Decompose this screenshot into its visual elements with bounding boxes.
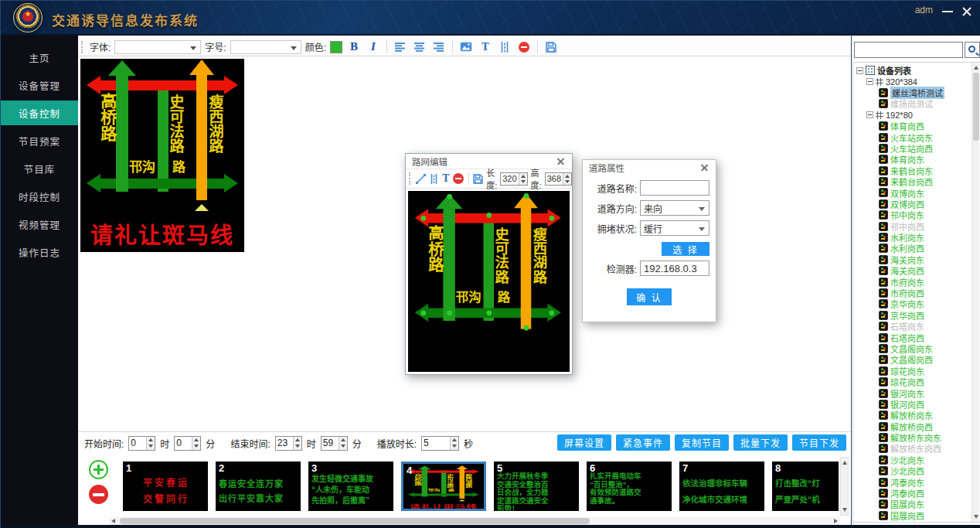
end-minute-spinner[interactable]: 59 bbox=[321, 436, 348, 451]
tree-device-文昌阁岗东[interactable]: 文昌阁岗东 bbox=[855, 343, 980, 354]
spin-up-icon[interactable] bbox=[519, 173, 527, 179]
scroll-up-icon[interactable] bbox=[974, 66, 978, 70]
tree-group-192*80[interactable]: 192*80 bbox=[855, 110, 980, 121]
spin-down-icon[interactable] bbox=[563, 179, 571, 185]
playlist-item-2[interactable]: 2春运安全连万家出行平安靠大家 bbox=[216, 462, 301, 511]
scrollbar-thumb[interactable] bbox=[973, 73, 979, 141]
scrollbar-thumb[interactable] bbox=[120, 518, 590, 524]
edit-handle[interactable] bbox=[549, 216, 554, 221]
collapse-icon[interactable] bbox=[866, 111, 873, 118]
collapse-icon[interactable] bbox=[856, 67, 863, 74]
road-editor-close-icon[interactable] bbox=[555, 156, 566, 167]
road-editor-canvas[interactable]: 高桥路 史可法路 瘦西湖路 邗沟 路 bbox=[408, 191, 570, 372]
spin-down-icon[interactable] bbox=[192, 443, 200, 450]
tree-device-水利岗东[interactable]: 水利岗东 bbox=[855, 232, 980, 243]
insert-text-button[interactable]: T bbox=[478, 39, 493, 55]
tree-device-海关岗东[interactable]: 海关岗东 bbox=[855, 254, 980, 265]
device-search-input[interactable] bbox=[854, 42, 963, 58]
tree-root-device-list[interactable]: 设备列表 bbox=[855, 65, 980, 76]
screen-settings-button[interactable]: 屏幕设置 bbox=[557, 434, 611, 451]
delete-element-button[interactable] bbox=[516, 39, 532, 55]
program-send-button[interactable]: 节目下发 bbox=[792, 434, 846, 451]
spin-up-icon[interactable] bbox=[147, 437, 155, 444]
tree-device-水利岗西[interactable]: 水利岗西 bbox=[855, 243, 980, 254]
spinner-arrows[interactable] bbox=[146, 437, 155, 450]
spinner-arrows[interactable] bbox=[293, 437, 301, 450]
tree-device-体育岗西[interactable]: 体育岗西 bbox=[855, 121, 980, 131]
playlist-item-8[interactable]: 8打击整改“灯严查严处“机 bbox=[772, 462, 839, 511]
spin-up-icon[interactable] bbox=[339, 437, 347, 444]
tree-device-鸿泰岗西[interactable]: 鸿泰岗西 bbox=[855, 488, 980, 499]
save-roadnet-button[interactable] bbox=[473, 172, 483, 186]
edit-handle[interactable] bbox=[486, 213, 492, 218]
tree-device-维扬岗测试[interactable]: 维扬岗测试 bbox=[855, 98, 980, 109]
scroll-up-icon[interactable] bbox=[842, 461, 847, 465]
align-left-button[interactable] bbox=[393, 39, 408, 55]
congestion-select[interactable]: 缓行 bbox=[640, 220, 709, 236]
sidebar-item-video-management[interactable]: 视频管理 bbox=[1, 212, 78, 237]
edit-handle[interactable] bbox=[447, 194, 452, 199]
tree-device-邗中岗东[interactable]: 邗中岗东 bbox=[855, 209, 980, 220]
bold-button[interactable]: B bbox=[346, 39, 362, 55]
align-center-button[interactable] bbox=[412, 39, 427, 55]
tree-device-双博岗西[interactable]: 双博岗西 bbox=[855, 199, 980, 209]
draw-line-button[interactable] bbox=[416, 172, 426, 186]
device-search-button[interactable] bbox=[965, 42, 980, 58]
tree-device-来鹤台岗东[interactable]: 来鹤台岗东 bbox=[855, 165, 980, 176]
text-tool-button[interactable]: T bbox=[442, 172, 449, 186]
tree-device-琼花岗东[interactable]: 琼花岗东 bbox=[855, 366, 980, 376]
insert-roadnet-button[interactable] bbox=[497, 39, 512, 55]
tree-device-解放桥岗西[interactable]: 解放桥岗西 bbox=[855, 421, 980, 432]
playlist-item-6[interactable]: 6扎实开展电动车“百日整治”，有效预防道路交通事故。 bbox=[587, 462, 672, 511]
tree-device-螺丝湾桥测试[interactable]: 螺丝湾桥测试 bbox=[855, 87, 980, 98]
sidebar-item-operation-log[interactable]: 操作日志 bbox=[1, 240, 78, 264]
device-tree-scrollbar[interactable] bbox=[971, 63, 979, 522]
tree-device-鸿泰岗东[interactable]: 鸿泰岗东 bbox=[855, 476, 980, 487]
confirm-button[interactable]: 确 认 bbox=[627, 288, 672, 305]
tree-device-来鹤台岗西[interactable]: 来鹤台岗西 bbox=[855, 176, 980, 187]
remove-program-button[interactable] bbox=[89, 485, 108, 504]
batch-send-button[interactable]: 批量下发 bbox=[733, 434, 788, 451]
spin-down-icon[interactable] bbox=[147, 443, 155, 450]
tree-device-体育岗东[interactable]: 体育岗东 bbox=[855, 154, 980, 165]
spinner-arrows[interactable] bbox=[339, 437, 347, 450]
tree-device-双博岗东[interactable]: 双博岗东 bbox=[855, 187, 980, 198]
edit-handle[interactable] bbox=[420, 216, 426, 221]
copy-program-button[interactable]: 复制节目 bbox=[675, 434, 729, 451]
tree-device-火车站岗东[interactable]: 火车站岗东 bbox=[855, 131, 980, 142]
tree-device-银河岗东[interactable]: 银河岗东 bbox=[855, 387, 980, 398]
tree-device-文昌阁岗西[interactable]: 文昌阁岗西 bbox=[855, 354, 980, 365]
tree-device-石塔岗东[interactable]: 石塔岗东 bbox=[855, 321, 980, 332]
playlist-vertical-scrollbar[interactable] bbox=[840, 457, 849, 516]
spinner-arrows[interactable] bbox=[563, 173, 571, 185]
road-direction-select[interactable]: 来向 bbox=[640, 200, 709, 216]
spinner-arrows[interactable] bbox=[519, 173, 527, 185]
tree-device-京华岗西[interactable]: 京华岗西 bbox=[855, 310, 980, 321]
playlist-item-3[interactable]: 3发生轻微交通事故“人未伤，车能动先拍照，后撤离” bbox=[308, 462, 393, 511]
spinner-arrows[interactable] bbox=[450, 437, 458, 450]
tree-device-国展岗东[interactable]: 国展岗东 bbox=[855, 499, 980, 509]
font-family-select[interactable] bbox=[114, 40, 201, 54]
edit-handle[interactable] bbox=[523, 325, 529, 331]
sidebar-item-home[interactable]: 主页 bbox=[1, 45, 78, 70]
edit-handle[interactable] bbox=[486, 310, 492, 315]
tree-device-市府岗西[interactable]: 市府岗西 bbox=[855, 288, 980, 298]
close-button[interactable] bbox=[961, 5, 973, 18]
minimize-button[interactable] bbox=[942, 11, 953, 12]
spin-down-icon[interactable] bbox=[451, 443, 458, 450]
height-spinner[interactable]: 368 bbox=[545, 172, 572, 186]
tree-device-火车站岗西[interactable]: 火车站岗西 bbox=[855, 143, 980, 154]
scroll-left-icon[interactable] bbox=[111, 519, 115, 523]
spin-down-icon[interactable] bbox=[339, 443, 347, 450]
tree-group-320*384[interactable]: 320*384 bbox=[855, 76, 980, 87]
tree-device-沙北岗东[interactable]: 沙北岗东 bbox=[855, 455, 980, 465]
align-right-button[interactable] bbox=[431, 39, 447, 55]
scroll-right-icon[interactable] bbox=[834, 519, 838, 523]
tree-device-邗中岗西[interactable]: 邗中岗西 bbox=[855, 220, 980, 231]
start-hour-spinner[interactable]: 0 bbox=[128, 436, 155, 451]
draw-road-button[interactable] bbox=[429, 172, 439, 186]
tree-device-解放桥东岗西[interactable]: 解放桥东岗西 bbox=[855, 443, 980, 454]
scroll-down-icon[interactable] bbox=[842, 508, 847, 512]
sidebar-item-device-management[interactable]: 设备管理 bbox=[1, 73, 78, 97]
tree-device-市府岗东[interactable]: 市府岗东 bbox=[855, 276, 980, 287]
